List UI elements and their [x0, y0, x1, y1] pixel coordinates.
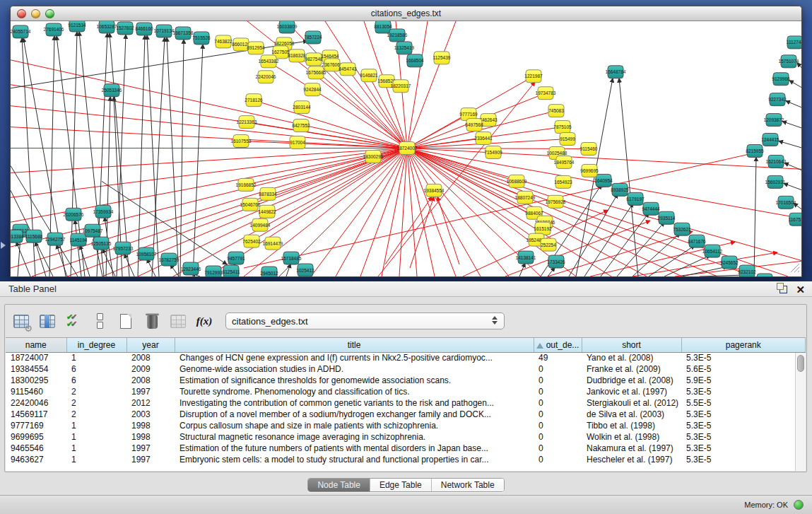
graph-node[interactable]: 1154240	[756, 274, 774, 276]
graph-node[interactable]: 24055714	[11, 25, 31, 38]
minimize-window-icon[interactable]	[31, 9, 40, 18]
graph-node[interactable]: 7912993	[204, 266, 223, 276]
selected-graph-node[interactable]: 16756685	[306, 66, 326, 79]
table-cell[interactable]: 1998	[126, 431, 175, 443]
graph-node[interactable]: 20206576	[64, 208, 84, 221]
table-cell[interactable]: 5.3E-5	[681, 443, 806, 454]
graph-edge[interactable]	[789, 81, 801, 88]
table-cell[interactable]: 0	[534, 409, 582, 420]
graph-node[interactable]: 15718485	[281, 252, 302, 264]
graph-node[interactable]: 10958107	[136, 247, 157, 260]
selected-graph-node[interactable]: 9242844	[303, 83, 322, 96]
vertical-scrollbar[interactable]	[795, 353, 806, 471]
close-window-icon[interactable]	[17, 9, 26, 18]
selected-graph-node[interactable]: 1221987	[524, 70, 543, 83]
graph-node[interactable]: 7532621	[673, 223, 691, 235]
graph-node[interactable]: 16033809	[277, 21, 298, 33]
selected-edge[interactable]	[32, 148, 407, 276]
table-cell[interactable]: Stergiakouli et al. (2012)	[582, 397, 681, 409]
graph-node[interactable]: 9121534	[68, 21, 86, 32]
graph-node[interactable]: 2945012	[260, 267, 278, 276]
table-cell[interactable]: 1	[66, 431, 126, 443]
table-row[interactable]: 977716911998Corpus callosum shape and si…	[6, 420, 806, 431]
selected-edge[interactable]	[11, 106, 407, 148]
create-new-column-icon[interactable]	[117, 312, 135, 330]
selected-graph-node[interactable]: 915499	[560, 133, 575, 146]
table-cell[interactable]: 19384554	[6, 363, 66, 375]
table-cell[interactable]: 9777169	[6, 420, 66, 431]
table-cell[interactable]: Dudbridge et al. (2008)	[582, 375, 681, 386]
close-panel-icon[interactable]: ✕	[796, 284, 805, 295]
selected-graph-node[interactable]: 2718126	[245, 94, 263, 107]
graph-node[interactable]: 1640954	[594, 174, 613, 187]
collapse-arrow-icon[interactable]	[1, 242, 6, 249]
table-row[interactable]: 946554611997Estimation of the future num…	[6, 443, 806, 454]
table-cell[interactable]: 5.3E-5	[681, 454, 806, 465]
table-cell[interactable]: Nakamura et al. (1997)	[582, 443, 681, 454]
column-rows-icon[interactable]	[90, 312, 109, 330]
table-cell[interactable]: 0	[534, 397, 582, 409]
selected-graph-node[interactable]: 2336441	[474, 132, 493, 145]
table-cell[interactable]: Franke et al. (2009)	[582, 363, 681, 375]
table-cell[interactable]: Tourette syndrome. Phenomenology and cla…	[175, 386, 534, 397]
graph-node[interactable]: 1733426	[547, 255, 565, 268]
graph-edge[interactable]	[682, 267, 727, 276]
graph-node[interactable]: 3913384	[11, 230, 24, 243]
selected-edge[interactable]	[268, 62, 407, 148]
graph-node[interactable]: 15751074	[779, 55, 799, 68]
tab-network-table[interactable]: Network Table	[432, 479, 504, 491]
table-cell[interactable]: 22420046	[6, 397, 66, 409]
selected-graph-node[interactable]: 7625402	[242, 235, 261, 247]
table-cell[interactable]: Investigating the contribution of common…	[175, 397, 534, 409]
table-cell[interactable]: Hescheler et al. (1997)	[582, 454, 681, 465]
selected-graph-node[interactable]: 917004	[290, 136, 305, 149]
graph-node[interactable]: 7857224	[304, 31, 322, 44]
table-cell[interactable]: 5.3E-5	[681, 420, 806, 431]
graph-node[interactable]: 11325419	[394, 42, 415, 54]
zoom-window-icon[interactable]	[45, 9, 54, 18]
table-row[interactable]: 1872400712008Changes of HCN gene express…	[6, 352, 806, 363]
graph-edge[interactable]	[619, 78, 638, 276]
table-cell[interactable]: Yano et al. (2008)	[582, 352, 681, 363]
table-cell[interactable]: 1	[66, 352, 126, 363]
table-cell[interactable]: 1	[66, 443, 126, 454]
table-row[interactable]: 969969511998Structural magnetic resonanc…	[6, 431, 806, 443]
selected-graph-node[interactable]: 2803144	[293, 101, 311, 114]
table-cell[interactable]: 0	[534, 443, 582, 454]
selected-edge[interactable]	[407, 21, 456, 148]
graph-edge[interactable]	[286, 264, 290, 276]
table-cell[interactable]: 5.5E-5	[681, 397, 806, 409]
tab-node-table[interactable]: Node Table	[308, 479, 370, 491]
table-cell[interactable]: 2003	[126, 409, 175, 420]
selected-graph-node[interactable]: 19756928	[546, 195, 566, 208]
table-cell[interactable]: Wolkin et al. (1998)	[582, 431, 681, 443]
table-cell[interactable]: 49	[534, 352, 582, 363]
table-cell[interactable]: 5.3E-5	[681, 431, 806, 443]
selected-graph-node[interactable]: 8454743	[339, 63, 357, 76]
table-cell[interactable]: 9463627	[6, 454, 66, 465]
selected-graph-node[interactable]: 18220317	[391, 80, 411, 93]
selected-edge[interactable]	[244, 153, 754, 268]
selected-graph-node[interactable]: 16107553	[231, 135, 252, 148]
select-all-columns-icon[interactable]	[64, 312, 83, 330]
graph-edge[interactable]	[11, 165, 78, 276]
selected-graph-node[interactable]: 7463822	[214, 35, 233, 48]
table-cell[interactable]: 14569117	[6, 409, 66, 420]
graph-node[interactable]: 8938925	[611, 183, 629, 196]
table-cell[interactable]: 1997	[126, 443, 175, 454]
selected-graph-node[interactable]: 19166852	[236, 178, 257, 191]
selected-edge[interactable]	[241, 141, 407, 148]
table-cell[interactable]: 2008	[126, 375, 175, 386]
column-header-title[interactable]: title	[175, 338, 534, 352]
selected-edge[interactable]	[407, 148, 417, 276]
selected-edge[interactable]	[407, 139, 483, 148]
graph-edge[interactable]	[700, 275, 745, 276]
graph-node[interactable]: 1115688	[25, 230, 43, 243]
graph-node[interactable]: 8125411	[223, 265, 240, 276]
table-cell[interactable]: 5.3E-5	[681, 352, 806, 363]
selected-edge[interactable]	[407, 115, 469, 148]
table-cell[interactable]: 9699695	[6, 431, 66, 443]
table-cell[interactable]: 2009	[126, 363, 175, 375]
network-table-selector[interactable]: citations_edges.txt	[225, 313, 505, 329]
selected-graph-node[interactable]: 8427552	[292, 119, 310, 132]
